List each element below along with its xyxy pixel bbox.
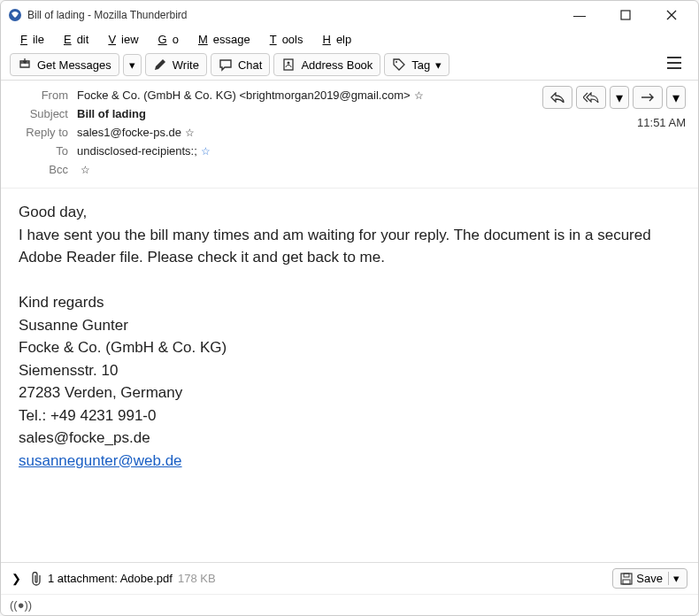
svg-rect-1: [621, 11, 630, 19]
body-signoff: Kind regards: [19, 291, 680, 314]
address-book-icon: [281, 58, 296, 72]
write-button[interactable]: Write: [145, 53, 207, 76]
thunderbird-icon: [8, 8, 22, 22]
more-actions-button[interactable]: ▾: [666, 86, 686, 109]
svg-rect-7: [623, 580, 630, 584]
tag-icon: [392, 58, 406, 72]
paperclip-icon: [30, 572, 42, 586]
attachment-size: 178 KB: [178, 572, 216, 585]
message-time: 11:51 AM: [637, 116, 686, 129]
signature-email1: sales@focke_ps.de: [19, 427, 680, 450]
tag-button[interactable]: Tag ▾: [384, 53, 449, 76]
menu-tools[interactable]: Tools: [259, 31, 309, 48]
forward-icon: [641, 93, 655, 102]
download-icon: [18, 58, 32, 72]
signature-address2: 27283 Verden, Germany: [19, 381, 680, 404]
app-menu-button[interactable]: [659, 53, 689, 76]
reply-all-icon: [583, 92, 599, 103]
svg-point-3: [288, 62, 290, 65]
chevron-down-icon: ▾: [435, 58, 442, 72]
attachment-name[interactable]: 1 attachment: Adobe.pdf: [48, 572, 173, 585]
menu-file[interactable]: File: [10, 31, 50, 48]
signature-company: Focke & Co. (GmbH & Co. KG): [19, 336, 680, 359]
toolbar: Get Messages ▾ Write Chat Address Book T…: [1, 50, 698, 81]
header-action-buttons: ▾ ▾: [542, 86, 686, 109]
from-value: Focke & Co. (GmbH & Co. KG) <brightmorga…: [77, 89, 411, 102]
reply-icon: [550, 92, 565, 103]
reply-to-value: sales1@focke-ps.de: [77, 126, 181, 139]
menu-view[interactable]: View: [97, 31, 143, 48]
address-book-button[interactable]: Address Book: [273, 53, 380, 76]
reply-to-label: Reply to: [13, 126, 68, 139]
to-label: To: [13, 144, 68, 158]
get-messages-button[interactable]: Get Messages: [10, 53, 119, 76]
reply-all-button[interactable]: [576, 86, 606, 109]
maximize-button[interactable]: [606, 3, 645, 27]
from-label: From: [13, 89, 68, 102]
to-value: undisclosed-recipients:;: [77, 144, 197, 158]
menu-edit[interactable]: Edit: [53, 31, 94, 48]
reply-to-star-icon[interactable]: ☆: [185, 127, 195, 139]
message-headers: ▾ ▾ 11:51 AM From Focke & Co. (GmbH & Co…: [1, 81, 698, 189]
pencil-icon: [153, 58, 167, 72]
attachment-bar: ❯ 1 attachment: Adobe.pdf 178 KB Save ▾: [1, 562, 698, 594]
signature-address1: Siemensstr. 10: [19, 359, 680, 382]
chat-button[interactable]: Chat: [211, 53, 270, 76]
signature-tel: Tel.: +49 4231 991-0: [19, 404, 680, 427]
from-star-icon[interactable]: ☆: [414, 89, 424, 102]
chevron-down-icon: ▾: [616, 89, 623, 106]
body-paragraph: I have sent you the bill many times and …: [19, 224, 680, 269]
menubar: File Edit View Go Message Tools Help: [1, 29, 698, 50]
bcc-label: Bcc: [13, 163, 68, 176]
chevron-down-icon: ▾: [129, 58, 135, 72]
minimize-button[interactable]: —: [560, 3, 599, 27]
hamburger-icon: [666, 57, 682, 69]
chevron-down-icon: ▾: [672, 89, 680, 106]
window-title: Bill of lading - Mozilla Thunderbird: [27, 9, 560, 21]
close-button[interactable]: [652, 3, 691, 27]
menu-message[interactable]: Message: [188, 31, 256, 48]
signature-name: Susanne Gunter: [19, 314, 680, 337]
body-greeting: Good day,: [19, 201, 680, 224]
svg-point-4: [396, 61, 397, 63]
reply-button[interactable]: [542, 86, 572, 109]
subject-value: Bill of lading: [77, 107, 146, 120]
save-icon: [620, 573, 633, 585]
chevron-down-icon: ▾: [668, 572, 680, 585]
activity-indicator-icon: ((●)): [10, 598, 32, 612]
subject-label: Subject: [13, 107, 68, 120]
menu-help[interactable]: Help: [312, 31, 357, 48]
attachment-expand-chevron[interactable]: ❯: [12, 572, 21, 585]
menu-go[interactable]: Go: [148, 31, 184, 48]
statusbar: ((●)): [1, 594, 698, 615]
titlebar: Bill of lading - Mozilla Thunderbird —: [1, 1, 698, 29]
message-body: Good day, I have sent you the bill many …: [1, 189, 698, 562]
signature-email2-link[interactable]: susannegunter@web.de: [19, 452, 182, 469]
chat-icon: [219, 58, 233, 72]
reply-dropdown[interactable]: ▾: [610, 86, 629, 109]
save-attachment-button[interactable]: Save ▾: [612, 568, 687, 589]
bcc-star-icon[interactable]: ☆: [81, 164, 90, 176]
get-messages-dropdown[interactable]: ▾: [123, 54, 142, 76]
to-star-icon[interactable]: ☆: [201, 145, 211, 158]
forward-button[interactable]: [633, 86, 663, 109]
